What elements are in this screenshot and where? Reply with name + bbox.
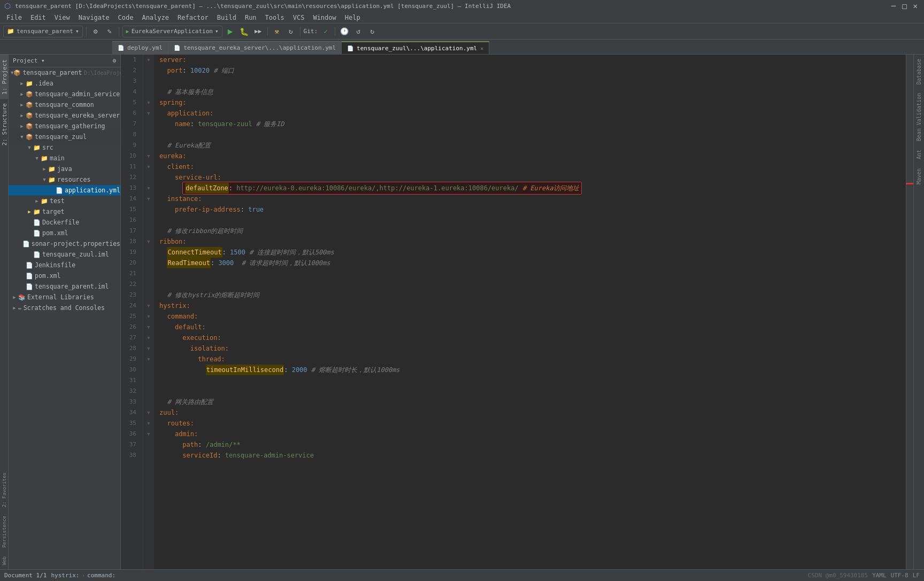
tree-tensquare-parent[interactable]: ▼ 📦 tensquare_parent D:\IdeaProjec... (9, 67, 120, 78)
coverage-btn[interactable]: ▶▶ (252, 26, 264, 37)
tree-eureka[interactable]: ▶ 📦 tensquare_eureka_server (9, 110, 120, 121)
code-line-6: application: (159, 108, 906, 119)
project-dropdown[interactable]: 📁 tensquare_parent ▾ (3, 26, 83, 37)
tree-external-libs[interactable]: ▶ 📚 External Libraries (9, 292, 120, 303)
structure-tool-label[interactable]: 2: Structure (0, 99, 8, 150)
redo-btn[interactable]: ↻ (366, 26, 378, 37)
maven-label[interactable]: Maven (915, 164, 923, 189)
tree-dockerfile[interactable]: ▶ 📄 Dockerfile (9, 217, 120, 228)
tree-idea[interactable]: ▶ 📁 .idea (9, 78, 120, 89)
code-line-20: ReadTimeout: 3000 # 请求超时时间，默认1000ms (159, 258, 906, 268)
project-tool-label[interactable]: 1: Project (0, 55, 8, 99)
menu-refactor[interactable]: Refactor (173, 13, 213, 22)
code-line-23: # 修改hystrix的熔断超时时间 (159, 290, 906, 300)
status-left: Document 1/1 hystrix: › command: (4, 572, 116, 579)
fold-17-empty (143, 226, 154, 236)
tree-zuul[interactable]: ▼ 📦 tensquare_zuul (9, 131, 120, 142)
tree-label-dockerfile: Dockerfile (42, 219, 79, 226)
tree-application-yml[interactable]: ▶ 📄 application.yml (9, 185, 120, 196)
settings-btn[interactable]: ⚙ (90, 26, 102, 37)
tree-admin-service[interactable]: ▶ 📦 tensquare_admin_service (9, 89, 120, 99)
ln-38: 38 (121, 450, 140, 461)
menu-view[interactable]: View (50, 13, 74, 22)
code-line-21 (159, 268, 906, 279)
tab-label: deploy.yml (127, 44, 163, 51)
git-check-btn[interactable]: ✓ (320, 26, 332, 37)
editor-content[interactable]: 1 2 3 4 5 6 7 8 9 10 11 12 13 14 15 16 1… (121, 55, 913, 569)
update-btn[interactable]: ↻ (285, 26, 297, 37)
ln-25: 25 (121, 311, 140, 322)
close-btn[interactable]: ✕ (911, 2, 920, 10)
menu-help[interactable]: Help (341, 13, 365, 22)
ln-31: 31 (121, 375, 140, 386)
run-btn[interactable]: ▶ (225, 26, 236, 37)
debug-btn[interactable]: 🐛 (238, 26, 250, 37)
module-icon-eureka: 📦 (26, 112, 33, 119)
menu-window[interactable]: Window (309, 13, 340, 22)
persistence-label[interactable]: Persistence (1, 512, 8, 552)
breadcrumb-hystrix[interactable]: hystrix: (51, 572, 79, 579)
tree-jenkinsfile[interactable]: ▶ 📄 Jenkinsfile (9, 260, 120, 270)
tree-test[interactable]: ▶ 📁 test (9, 196, 120, 206)
code-line-32 (159, 386, 906, 397)
project-tree: ▼ 📦 tensquare_parent D:\IdeaProjec... ▶ … (9, 67, 120, 569)
arrow-scratches: ▶ (11, 305, 18, 311)
fold-28: ▼ (143, 343, 154, 354)
menu-run[interactable]: Run (241, 13, 261, 22)
tab-zuul-app[interactable]: 📄 tensquare_zuul\...\application.yml ✕ (342, 41, 489, 54)
menu-code[interactable]: Code (114, 13, 138, 22)
code-area[interactable]: server: port: 10020 # 端口 # 基本服务信息 spring… (154, 55, 906, 569)
code-token: serviceId (182, 450, 217, 461)
tree-scratches[interactable]: ▶ ✏ Scratches and Consoles (9, 303, 120, 313)
menu-build[interactable]: Build (213, 13, 241, 22)
yaml-type[interactable]: YAML (872, 572, 887, 579)
tab-eureka-app[interactable]: 📄 tensquare_eureka_server\...\applicatio… (168, 41, 342, 54)
tab-deploy[interactable]: 📄 deploy.yml (112, 41, 168, 54)
ln-5: 5 (121, 97, 140, 108)
lf-line-ending[interactable]: LF (913, 572, 920, 579)
breadcrumb-command[interactable]: command: (87, 572, 116, 579)
web-label[interactable]: Web (1, 552, 8, 569)
bean-validation-label[interactable]: Bean Validation (915, 89, 923, 145)
code-line-12: service-url: (159, 172, 906, 183)
build-btn[interactable]: ⚒ (271, 26, 283, 37)
tree-iml-zuul[interactable]: ▶ 📄 tensquare_zuul.iml (9, 249, 120, 260)
tree-src[interactable]: ▼ 📁 src (9, 142, 120, 153)
sidebar-gear-icon[interactable]: ⚙ (112, 57, 116, 64)
tree-common[interactable]: ▶ 📦 tensquare_common (9, 99, 120, 110)
code-token: prefer-ip-address (175, 204, 241, 215)
code-indent (159, 140, 167, 151)
run-config-chevron: ▾ (215, 28, 219, 35)
menu-edit[interactable]: Edit (26, 13, 50, 22)
tab-yml-icon-3: 📄 (347, 45, 353, 51)
database-panel-label[interactable]: Database (915, 55, 923, 89)
menu-analyze[interactable]: Analyze (137, 13, 173, 22)
utf8-encoding[interactable]: UTF-8 (891, 572, 908, 579)
code-token: # 端口 (213, 65, 234, 76)
folder-icon-test: 📁 (41, 198, 48, 205)
menu-tools[interactable]: Tools (261, 13, 289, 22)
menu-navigate[interactable]: Navigate (74, 13, 114, 22)
tree-resources[interactable]: ▼ 📁 resources (9, 174, 120, 185)
menu-file[interactable]: File (2, 13, 26, 22)
tree-iml-parent[interactable]: ▶ 📄 tensquare_parent.iml (9, 281, 120, 292)
tree-target[interactable]: ▶ 📁 target (9, 206, 120, 217)
menu-vcs[interactable]: VCS (289, 13, 309, 22)
tab-close-btn[interactable]: ✕ (480, 45, 483, 51)
undo-btn[interactable]: ↺ (352, 26, 364, 37)
tree-main[interactable]: ▼ 📁 main (9, 153, 120, 164)
favorites-label[interactable]: 2: Favorites (1, 468, 8, 512)
ant-label[interactable]: Ant (915, 145, 923, 164)
run-config-dropdown[interactable]: ▶ EurekaServerApplication ▾ (122, 26, 222, 37)
code-line-28: isolation: (159, 343, 906, 354)
tree-gathering[interactable]: ▶ 📦 tensquare_gathering (9, 121, 120, 131)
tree-pom-parent[interactable]: ▶ 📄 pom.xml (9, 270, 120, 281)
tree-pom-zuul[interactable]: ▶ 📄 pom.xml (9, 228, 120, 238)
tree-sonar[interactable]: ▶ 📄 sonar-project.properties (9, 238, 120, 249)
tree-java[interactable]: ▶ 📁 java (9, 164, 120, 174)
edit-configs-btn[interactable]: ✎ (104, 26, 116, 37)
maximize-btn[interactable]: □ (900, 2, 908, 10)
code-token: : (217, 450, 225, 461)
minimize-btn[interactable]: ─ (889, 2, 898, 10)
clock-btn[interactable]: 🕐 (338, 26, 350, 37)
